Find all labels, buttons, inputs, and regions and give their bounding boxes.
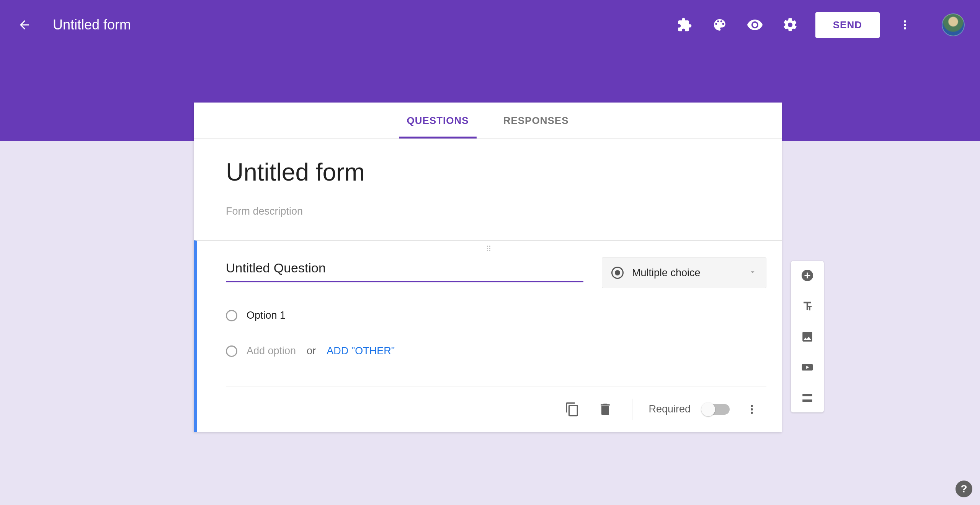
more-vert-icon xyxy=(745,402,759,416)
send-button[interactable]: SEND xyxy=(815,12,880,38)
settings-button[interactable] xyxy=(776,11,804,39)
required-label: Required xyxy=(648,403,691,415)
copy-icon xyxy=(565,402,580,417)
trash-icon xyxy=(598,402,613,417)
question-footer: Required xyxy=(226,386,766,432)
preview-button[interactable] xyxy=(741,11,769,39)
option-row: Option 1 xyxy=(226,303,766,327)
plus-circle-icon xyxy=(800,269,814,282)
question-card: ⠿ Multiple choice Option 1 Add option xyxy=(194,240,782,432)
add-option-row: Add option or ADD "OTHER" xyxy=(226,339,766,363)
chevron-down-icon xyxy=(748,268,757,278)
video-icon xyxy=(801,361,814,374)
form-header-block: Untitled form Form description xyxy=(194,139,782,240)
account-avatar[interactable] xyxy=(942,13,965,36)
option-text[interactable]: Option 1 xyxy=(247,310,286,321)
required-toggle[interactable] xyxy=(702,404,730,415)
app-header: Untitled form SEND xyxy=(0,0,980,50)
question-title-input[interactable] xyxy=(226,257,583,282)
help-button[interactable]: ? xyxy=(956,481,972,497)
addons-button[interactable] xyxy=(671,11,698,39)
question-options: Option 1 Add option or ADD "OTHER" xyxy=(226,303,766,363)
arrow-left-icon xyxy=(18,18,31,32)
add-option-button[interactable]: Add option xyxy=(247,345,296,357)
option-radio-icon xyxy=(226,345,237,357)
puzzle-icon xyxy=(677,17,692,33)
add-title-button[interactable] xyxy=(798,297,817,315)
option-radio-icon xyxy=(226,310,237,321)
form-card: QUESTIONS RESPONSES Untitled form Form d… xyxy=(194,103,782,432)
tab-questions[interactable]: QUESTIONS xyxy=(407,103,469,138)
question-more-button[interactable] xyxy=(741,399,763,420)
drag-handle-icon[interactable]: ⠿ xyxy=(486,244,493,254)
eye-icon xyxy=(746,16,763,33)
question-type-label: Multiple choice xyxy=(632,267,740,279)
delete-button[interactable] xyxy=(595,399,616,420)
add-image-button[interactable] xyxy=(798,327,817,346)
back-button[interactable] xyxy=(15,16,34,34)
section-icon xyxy=(801,391,814,404)
palette-icon xyxy=(712,17,727,33)
text-icon xyxy=(801,300,814,313)
gear-icon xyxy=(782,17,798,33)
duplicate-button[interactable] xyxy=(562,399,583,420)
document-title[interactable]: Untitled form xyxy=(53,17,131,33)
radio-icon xyxy=(611,267,624,279)
form-description[interactable]: Form description xyxy=(226,205,750,217)
more-menu-button[interactable] xyxy=(891,11,919,39)
add-video-button[interactable] xyxy=(798,358,817,376)
divider xyxy=(632,399,632,420)
add-other-button[interactable]: ADD "OTHER" xyxy=(327,345,395,357)
add-question-button[interactable] xyxy=(798,266,817,285)
question-mark-icon: ? xyxy=(960,483,967,495)
tab-responses[interactable]: RESPONSES xyxy=(503,103,569,138)
theme-button[interactable] xyxy=(706,11,733,39)
form-tabs: QUESTIONS RESPONSES xyxy=(194,103,782,139)
more-vert-icon xyxy=(898,18,912,32)
add-section-button[interactable] xyxy=(798,389,817,407)
question-type-dropdown[interactable]: Multiple choice xyxy=(602,257,766,288)
floating-toolbar xyxy=(791,261,824,412)
form-title[interactable]: Untitled form xyxy=(226,158,750,186)
image-icon xyxy=(801,330,814,343)
or-text: or xyxy=(307,345,316,357)
